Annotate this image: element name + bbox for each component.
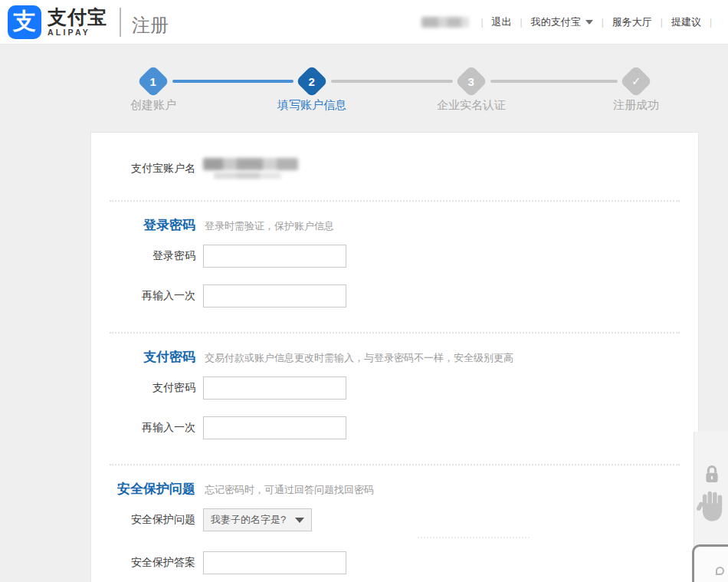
step-1-number: 1 xyxy=(150,75,156,88)
account-name-row: 支付宝账户名 xyxy=(110,133,680,179)
step-connector-pending xyxy=(490,80,618,83)
login-password-confirm-label: 再输入一次 xyxy=(110,289,195,303)
security-answer-row: 安全保护答案 xyxy=(110,551,680,574)
alipay-logo[interactable]: 支 支付宝 ALIPAY xyxy=(8,5,107,39)
section-divider xyxy=(110,200,680,202)
security-question-selected-value: 我妻子的名字是? xyxy=(211,513,295,527)
login-password-row: 登录密码 xyxy=(110,245,680,268)
step-4-label: 注册成功 xyxy=(579,98,694,113)
login-password-section-header: 登录密码 登录时需验证，保护账户信息 xyxy=(110,216,680,234)
suggest-link[interactable]: 提建议 xyxy=(671,15,701,29)
qr-popup-glyph-icon xyxy=(716,567,724,575)
payment-password-confirm-input[interactable] xyxy=(203,416,346,439)
top-nav: | 退出 | 我的支付宝 | 服务大厅 | 提建议 | xyxy=(421,15,720,29)
alipay-logo-icon: 支 xyxy=(8,5,41,39)
nav-separator: | xyxy=(480,17,483,28)
payment-password-section-title: 支付密码 xyxy=(110,348,195,366)
service-hall-link[interactable]: 服务大厅 xyxy=(612,15,652,29)
my-alipay-menu[interactable]: 我的支付宝 xyxy=(531,15,593,29)
page-title: 注册 xyxy=(132,7,169,38)
step-2-label: 填写账户信息 xyxy=(254,98,369,113)
check-icon: ✓ xyxy=(631,74,641,88)
nav-separator: | xyxy=(710,17,712,28)
step-connector-done xyxy=(172,80,293,83)
security-answer-input[interactable] xyxy=(203,551,346,574)
hand-toolbar-button[interactable] xyxy=(694,490,728,524)
dropdown-arrow-icon xyxy=(295,518,304,523)
security-question-section-hint: 忘记密码时，可通过回答问题找回密码 xyxy=(205,483,374,497)
step-1-badge: 1 xyxy=(137,65,169,97)
username-masked xyxy=(421,17,469,28)
login-password-section-hint: 登录时需验证，保护账户信息 xyxy=(205,219,334,233)
step-3-label: 企业实名认证 xyxy=(414,98,529,113)
payment-password-input[interactable] xyxy=(203,376,346,400)
logout-link[interactable]: 退出 xyxy=(492,15,512,29)
step-3-badge: 3 xyxy=(455,65,487,97)
account-name-label: 支付宝账户名 xyxy=(110,162,195,176)
section-divider xyxy=(110,464,680,465)
lock-icon xyxy=(701,464,723,485)
login-password-confirm-input[interactable] xyxy=(203,284,346,307)
my-alipay-label: 我的支付宝 xyxy=(531,15,581,29)
registration-form-panel: 支付宝账户名 登录密码 登录时需验证，保护账户信息 登录密码 再输入一次 支付密… xyxy=(90,132,699,582)
step-4-badge: ✓ xyxy=(620,65,652,97)
logo-glyph: 支 xyxy=(13,6,36,38)
logo-divider xyxy=(120,8,121,37)
security-question-row: 安全保护问题 我妻子的名字是? xyxy=(110,508,680,531)
nav-separator: | xyxy=(602,17,604,28)
nav-separator: | xyxy=(661,17,663,28)
nav-separator: | xyxy=(520,17,523,28)
brand-name-en: ALIPAY xyxy=(48,28,107,37)
step-1-label: 创建账户 xyxy=(96,98,211,113)
faint-divider-fragment xyxy=(418,537,530,538)
brand-block: 支付宝 ALIPAY xyxy=(48,7,107,36)
step-2-badge: 2 xyxy=(296,65,328,97)
payment-password-label: 支付密码 xyxy=(110,381,195,395)
login-password-input[interactable] xyxy=(203,245,346,268)
qr-popup-box[interactable] xyxy=(692,544,728,582)
step-3-number: 3 xyxy=(468,75,474,88)
payment-password-confirm-row: 再输入一次 xyxy=(110,416,680,439)
chevron-down-icon xyxy=(585,20,593,25)
login-password-section-title: 登录密码 xyxy=(110,216,195,234)
security-question-section-title: 安全保护问题 xyxy=(110,480,195,498)
account-name-value-masked xyxy=(203,158,298,179)
security-question-select[interactable]: 我妻子的名字是? xyxy=(203,508,312,531)
security-answer-label: 安全保护答案 xyxy=(110,556,195,570)
step-connector-pending xyxy=(331,80,453,83)
payment-password-section-header: 支付密码 交易付款或账户信息更改时需输入，与登录密码不一样，安全级别更高 xyxy=(110,348,680,366)
security-question-section-header: 安全保护问题 忘记密码时，可通过回答问题找回密码 xyxy=(110,480,680,498)
login-password-confirm-row: 再输入一次 xyxy=(110,284,680,307)
brand-name-cn: 支付宝 xyxy=(48,7,107,27)
payment-password-section-hint: 交易付款或账户信息更改时需输入，与登录密码不一样，安全级别更高 xyxy=(205,351,513,365)
hand-icon xyxy=(697,490,727,524)
payment-password-row: 支付密码 xyxy=(110,376,680,400)
security-question-label: 安全保护问题 xyxy=(110,513,195,527)
section-divider xyxy=(110,332,680,334)
header: 支 支付宝 ALIPAY 注册 | 退出 | 我的支付宝 | 服务大厅 | 提建… xyxy=(0,0,728,44)
lock-toolbar-button[interactable] xyxy=(694,464,728,485)
payment-password-confirm-label: 再输入一次 xyxy=(110,421,195,435)
login-password-label: 登录密码 xyxy=(110,249,195,263)
step-2-number: 2 xyxy=(309,75,315,88)
